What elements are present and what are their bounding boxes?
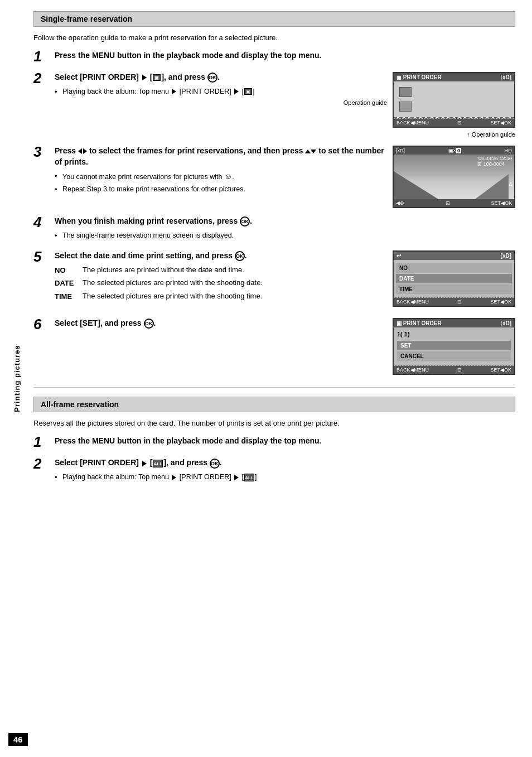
screen-body-sc: 1( 1) SET CANCEL (394, 327, 514, 365)
single-frame-section: Single-frame reservation Follow the oper… (33, 11, 515, 378)
screen-photo: [xD] ▣×0 HQ '06.03.26 12:30 ⊞ 100-0004 4… (393, 146, 515, 208)
screen-print-icon-2 (399, 102, 412, 112)
all-print-icon-2: ALL (244, 474, 254, 481)
step-4-number: 4 (33, 215, 51, 229)
photo-bottom-left: ◀⊕ (396, 200, 404, 206)
step-6: 6 Select [SET], and press OK. ▣ PRINT OR… (33, 318, 515, 378)
photo-bottom-right: SET◀OK (491, 200, 512, 206)
step-1-title: Press the MENU button in the playback mo… (55, 50, 515, 61)
screen-set-sc: SET◀OK (490, 367, 511, 373)
photo-datetime: '06.03.26 12:30 ⊞ 100-0004 (477, 156, 512, 167)
screen-bottom-bar-1: BACK◀MENU ⊟ SET◀OK (394, 118, 514, 127)
step-2-number: 2 (33, 71, 51, 85)
page: Printing pictures 46 Single-frame reserv… (0, 0, 532, 757)
step-6-left: 6 Select [SET], and press OK. (33, 318, 387, 332)
step-1-content: Press the MENU button in the playback mo… (55, 50, 515, 65)
arrow-icon-2 (172, 89, 176, 94)
all-step-2-bullet: • Playing back the album: Top menu [PRIN… (55, 472, 515, 483)
all-step-2: 2 Select [PRINT ORDER] [ALL], and press … (33, 457, 515, 484)
ud-arrows (305, 150, 316, 153)
step-2: 2 Select [PRINT ORDER] [▣], and press OK… (33, 72, 515, 138)
screen-title-bar-sc: ▣ PRINT ORDER [xD] (394, 319, 514, 327)
screen-title-bar-dt: ↩ [xD] (394, 252, 514, 260)
screen-bottom-bar-sc: BACK◀MENU ⊟ SET◀OK (394, 365, 514, 374)
tri-up (305, 150, 311, 153)
ok-button-icon-6: OK (144, 319, 154, 329)
screen-badge-1: [xD] (501, 74, 511, 80)
operation-guide-label: Operation guide (55, 99, 387, 106)
operation-guide-arrow: ↑ Operation guide (393, 131, 515, 138)
arrow-icon-3 (234, 89, 239, 94)
screen-set-1: SET◀OK (490, 120, 511, 126)
step-5: 5 Select the date and time print setting… (33, 250, 515, 310)
screen-title-sc: ▣ PRINT ORDER (396, 320, 442, 326)
page-number: 46 (8, 733, 28, 746)
step-3-content: Press to select the frames for print res… (55, 146, 387, 197)
step-4: 4 When you finish making print reservati… (33, 216, 515, 243)
photo-bottom-mid: ⊟ (446, 200, 450, 206)
photo-top-bar: [xD] ▣×0 HQ (394, 147, 514, 155)
print-icon-2: ▣ (244, 88, 252, 95)
single-frame-intro: Follow the operation guide to make a pri… (33, 32, 515, 44)
screen-badge-dt: [xD] (501, 253, 511, 259)
screen-back-1: BACK◀MENU (396, 120, 429, 126)
step-1-number: 1 (33, 49, 51, 64)
screen-body-dt: NO DATE TIME (394, 260, 514, 297)
photo-mountains: '06.03.26 12:30 ⊞ 100-0004 4 (394, 155, 514, 199)
ok-button-icon-4: OK (240, 216, 250, 226)
arrow-icon-af2 (172, 475, 176, 480)
term-date: DATE The selected pictures are printed w… (55, 278, 387, 289)
tri-right (83, 148, 87, 154)
screen-badge-sc: [xD] (501, 320, 511, 326)
sidebar-label: Printing pictures (13, 345, 21, 412)
single-frame-title: Single-frame reservation (33, 11, 515, 27)
step-3-body: • You cannot make print reservations for… (55, 171, 387, 195)
all-step-2-title: Select [PRINT ORDER] [ALL], and press OK… (55, 457, 515, 469)
step-4-bullet-1: • The single-frame reservation menu scre… (55, 230, 515, 242)
screen-datetime: ↩ [xD] NO DATE TIME BACK◀MENU ⊟ SET◀OK (393, 250, 515, 307)
screen-date-item: DATE (396, 274, 512, 283)
term-no-label: NO (55, 265, 83, 276)
step-3-bullet-1: • You cannot make print reservations for… (55, 171, 387, 182)
print-icon: ▣ (153, 74, 161, 81)
step-6-content: Select [SET], and press OK. (55, 318, 387, 332)
section-divider (33, 387, 515, 388)
step-1: 1 Press the MENU button in the playback … (33, 50, 515, 65)
step-2-content: Select [PRINT ORDER] [▣], and press OK. … (55, 72, 387, 106)
screen-bottom-bar-dt: BACK◀MENU ⊟ SET◀OK (394, 297, 514, 306)
photo-icons: ▣×0 (448, 148, 461, 153)
term-time: TIME The selected pictures are printed w… (55, 291, 387, 302)
screen-mid-sc: ⊟ (457, 367, 462, 373)
step-3-number: 3 (33, 144, 51, 159)
face-icon: ☺ (224, 172, 232, 181)
all-step-1-title: Press the MENU button in the playback mo… (55, 436, 515, 447)
screen-mid-1: ⊟ (457, 120, 462, 126)
term-time-def: The selected pictures are printed with t… (83, 291, 262, 302)
step-4-title: When you finish making print reservation… (55, 216, 515, 227)
step-6-screen: ▣ PRINT ORDER [xD] 1( 1) SET CANCEL BACK… (393, 318, 515, 378)
all-step-2-number: 2 (33, 456, 51, 471)
step-5-body: NO The pictures are printed without the … (55, 265, 387, 302)
term-no-def: The pictures are printed without the dat… (83, 265, 244, 276)
photo-hq: HQ (504, 148, 512, 153)
screen-back-sc: BACK◀MENU (396, 367, 429, 373)
step-4-body: • The single-frame reservation menu scre… (55, 230, 515, 242)
arrow-icon (142, 75, 147, 80)
step-3-screen: [xD] ▣×0 HQ '06.03.26 12:30 ⊞ 100-0004 4… (393, 146, 515, 208)
all-frame-title: All-frame reservation (33, 397, 515, 412)
step-1-title-text: Press the MENU button in the playback mo… (55, 51, 321, 60)
screen-title-1: ▣ PRINT ORDER (396, 74, 442, 80)
tri-down (311, 150, 316, 153)
arrow-icon-af (142, 461, 147, 466)
step-5-screen: ↩ [xD] NO DATE TIME BACK◀MENU ⊟ SET◀OK (393, 250, 515, 310)
step-6-number: 6 (33, 317, 51, 331)
screen-time-item: TIME (396, 285, 512, 294)
step-2-title: Select [PRINT ORDER] [▣], and press OK. (55, 72, 387, 83)
photo-corner-number: 4 (509, 182, 512, 188)
term-date-label: DATE (55, 278, 83, 289)
all-print-icon: ALL (153, 460, 163, 467)
step-5-content: Select the date and time print setting, … (55, 250, 387, 304)
tri-left (78, 148, 82, 154)
step-5-title: Select the date and time print setting, … (55, 250, 387, 262)
all-step-2-content: Select [PRINT ORDER] [ALL], and press OK… (55, 457, 515, 484)
